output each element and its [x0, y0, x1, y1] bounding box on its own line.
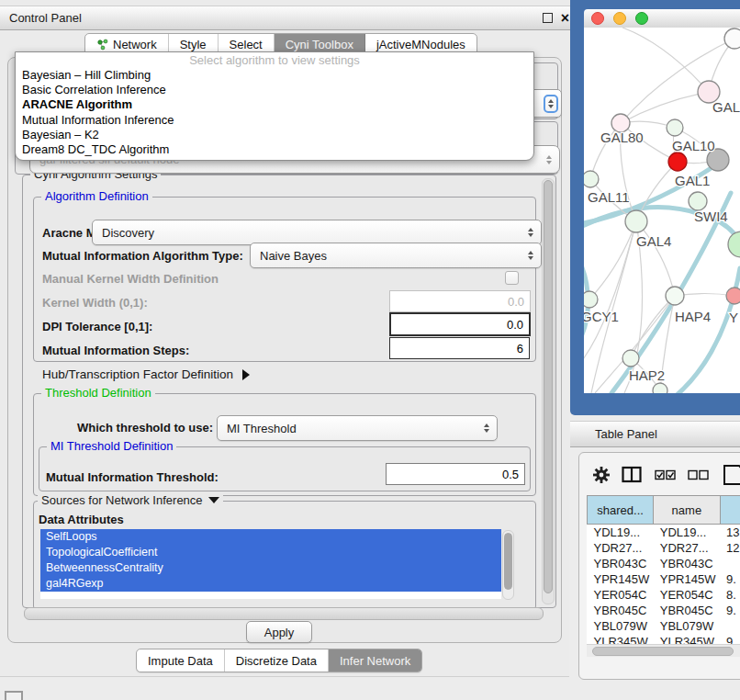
sources-title[interactable]: Sources for Network Inference: [38, 493, 223, 507]
table-horizontal-scrollbar-thumb[interactable]: [592, 647, 734, 656]
table-row[interactable]: YER054CYER054C8.: [588, 587, 740, 603]
hub-definition-expander[interactable]: Hub/Transcription Factor Definition: [42, 367, 250, 381]
table-row[interactable]: YBR043CYBR043C: [588, 556, 740, 571]
mac-zoom-button[interactable]: [635, 12, 648, 25]
column-header[interactable]: name: [654, 496, 720, 525]
network-node[interactable]: [724, 28, 740, 49]
algorithm-option[interactable]: ARACNE Algorithm: [16, 97, 533, 112]
tab-discretize-data[interactable]: Discretize Data: [225, 649, 329, 672]
table-cell: YBR043C: [588, 556, 654, 571]
table-row[interactable]: YBL079WYBL079W: [588, 618, 740, 634]
hub-definition-label: Hub/Transcription Factor Definition: [42, 367, 233, 381]
node-label: GAL11: [588, 189, 630, 205]
algorithm-definition-title: Algorithm Definition: [41, 189, 152, 203]
select-all-icon[interactable]: [655, 469, 677, 483]
floating-panel-button[interactable]: [5, 691, 23, 700]
network-edge[interactable]: [621, 92, 709, 123]
sources-title-text: Sources for Network Inference: [41, 493, 203, 507]
node-label: GAL4: [636, 233, 671, 249]
close-panel-icon[interactable]: ×: [561, 14, 569, 23]
which-threshold-combobox[interactable]: MI Threshold: [217, 415, 498, 441]
attributes-scrollbar-thumb[interactable]: [504, 533, 512, 590]
table-cell: YER054C: [654, 587, 720, 603]
node-label: Y: [729, 310, 738, 325]
network-node-gal10[interactable]: [667, 119, 683, 136]
network-node-swi4[interactable]: [689, 192, 707, 210]
split-columns-icon[interactable]: [622, 466, 642, 487]
aracne-mode-combobox[interactable]: Discovery: [92, 220, 542, 245]
network-node-gal4[interactable]: [625, 210, 647, 232]
threshold-definition-title: Threshold Definition: [41, 386, 155, 400]
column-header[interactable]: [720, 496, 740, 525]
network-node[interactable]: [653, 383, 667, 393]
tab-infer-network[interactable]: Infer Network: [329, 649, 421, 672]
network-node[interactable]: [728, 231, 740, 257]
algorithm-placeholder: Select algorithm to view settings: [16, 52, 533, 68]
network-edge[interactable]: [589, 221, 636, 299]
settings-vertical-scrollbar[interactable]: [542, 178, 555, 604]
control-panel-title: Control Panel: [9, 11, 82, 25]
data-attributes-list: SelfLoopsTopologicalCoefficientBetweenne…: [40, 529, 501, 599]
table-cell: 8.: [720, 587, 740, 603]
table-cell: YBR045C: [654, 603, 720, 618]
table-row[interactable]: YPR145WYPR145W9.: [588, 571, 740, 587]
data-attribute-item[interactable]: TopologicalCoefficient: [40, 545, 501, 560]
node-label: GAL10: [672, 138, 715, 153]
algorithm-option[interactable]: Dream8 DC_TDC Algorithm: [16, 142, 533, 157]
data-attribute-item[interactable]: SelfLoops: [40, 529, 501, 545]
node-label: HAP2: [629, 367, 665, 383]
table-panel-title: Table Panel: [595, 427, 657, 441]
table-row[interactable]: YBR045CYBR045C9.: [588, 603, 740, 618]
network-node-gal1[interactable]: [668, 152, 687, 171]
network-canvas[interactable]: GALGAL80GAL10GAL1GAL11SWI4GAL4HAP4YGCY1H…: [584, 28, 740, 393]
table-cell: [720, 618, 740, 634]
network-window-titlebar[interactable]: [584, 9, 740, 28]
table-horizontal-scrollbar[interactable]: [587, 644, 740, 657]
algorithm-option[interactable]: Basic Correlation Inference: [16, 83, 533, 97]
network-node-gcy1[interactable]: [584, 291, 598, 308]
tab-style-label: Style: [180, 38, 207, 51]
collapse-arrow-icon: [208, 497, 219, 503]
float-panel-icon[interactable]: [543, 13, 553, 23]
mi-algorithm-type-combobox[interactable]: Naive Bayes: [250, 243, 542, 268]
network-node-hap2[interactable]: [622, 350, 639, 367]
manual-kernel-width-checkbox[interactable]: [505, 271, 519, 285]
column-header[interactable]: shared...: [588, 496, 654, 525]
table-row[interactable]: YDL19...YDL19...13: [588, 525, 740, 541]
tab-impute-data[interactable]: Impute Data: [137, 649, 225, 672]
kernel-width-label: Kernel Width (0,1):: [42, 296, 148, 310]
data-attribute-item[interactable]: BetweennessCentrality: [40, 560, 501, 576]
algorithm-option[interactable]: Mutual Information Inference: [16, 113, 533, 128]
settings-vertical-scrollbar-thumb[interactable]: [544, 180, 553, 593]
network-icon: [96, 39, 108, 51]
mi-steps-field[interactable]: 6: [389, 337, 530, 359]
deselect-all-icon[interactable]: [688, 469, 710, 483]
algorithm-option[interactable]: Bayesian – K2: [16, 128, 533, 142]
kernel-width-field[interactable]: 0.0: [389, 290, 531, 312]
mi-threshold-label: Mutual Information Threshold:: [46, 470, 219, 484]
new-table-icon[interactable]: [723, 464, 740, 486]
attributes-scrollbar[interactable]: [502, 530, 514, 600]
table-cell: 9.: [720, 603, 740, 618]
table-cell: 9.: [720, 571, 740, 587]
apply-button[interactable]: Apply: [246, 621, 312, 643]
dpi-tolerance-field[interactable]: 0.0: [389, 312, 531, 336]
mi-threshold-field[interactable]: 0.5: [386, 463, 525, 485]
mi-threshold-definition-title: MI Threshold Definition: [47, 439, 176, 453]
table-settings-icon[interactable]: [592, 466, 611, 487]
algorithm-option[interactable]: Bayesian – Hill Climbing: [16, 68, 533, 83]
algorithm-dropdown-popup: Select algorithm to view settings Bayesi…: [15, 51, 534, 161]
node-label: HAP4: [675, 309, 711, 324]
cyni-bottom-tabbar: Impute Data Discretize Data Infer Networ…: [136, 649, 422, 672]
network-node-y[interactable]: [726, 288, 740, 304]
node-table: shared...name YDL19...YDL19...13YDR27...…: [587, 495, 740, 646]
network-node-gal11[interactable]: [584, 171, 599, 187]
table-row[interactable]: YDR27...YDR27...12: [588, 540, 740, 556]
network-node-hap4[interactable]: [666, 287, 684, 305]
table-cell: 12: [720, 540, 740, 556]
settings-horizontal-scrollbar[interactable]: [24, 607, 544, 620]
table-cell: YPR145W: [588, 571, 654, 587]
mac-close-button[interactable]: [591, 12, 604, 25]
mac-minimize-button[interactable]: [613, 12, 626, 25]
data-attribute-item[interactable]: gal4RGexp: [40, 576, 501, 592]
